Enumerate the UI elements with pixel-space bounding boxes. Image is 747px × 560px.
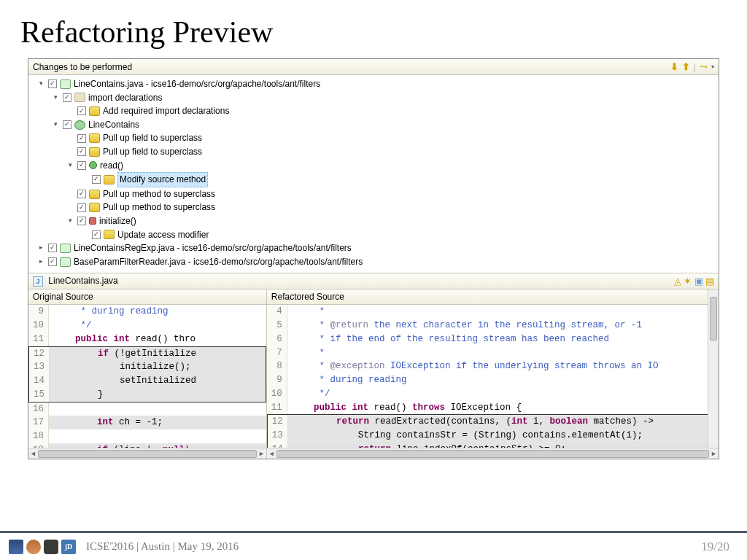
line-number: 16 [28,402,49,416]
line-number: 12 [268,415,288,429]
code-text: * during reading [49,305,169,319]
tree-checkbox[interactable] [77,203,86,212]
tree-row[interactable]: Modify source method [31,172,719,187]
tree-checkbox[interactable] [77,217,86,225]
tree-toggle-icon[interactable] [52,93,60,101]
line-number: 19 [28,443,49,448]
compare-icon-4[interactable]: ▤ [705,276,714,287]
prev-change-icon[interactable]: ⬆ [682,61,690,72]
tree-toggle-icon[interactable] [37,80,45,88]
code-line: 11 public int read() throws IOException … [267,401,719,415]
tree-checkbox[interactable] [77,190,86,198]
tree-checkbox[interactable] [48,79,57,88]
code-line: 12 return readExtracted(contains, (int i… [267,414,719,429]
compare-file-header: J LineContains.java ◬ ✶ ▣ ▤ [28,273,719,289]
tree-node-label: import declarations [88,91,162,105]
refactored-vscrollbar[interactable] [708,289,719,448]
changes-panel-title: Changes to be performed [33,62,132,72]
tree-node-icon [104,175,115,184]
original-source-code[interactable]: 9 * during reading10 */11 public int rea… [28,305,266,448]
tree-toggle-icon[interactable] [37,258,45,266]
code-text: if (line != null) [49,443,190,448]
code-line: 13 initialize(); [28,360,266,374]
tree-checkbox[interactable] [63,93,71,102]
tree-toggle-icon[interactable] [52,121,60,129]
code-line: 4 * [267,305,719,319]
tree-node-label: Pull up method to superclass [103,187,215,201]
tree-row[interactable]: LineContainsRegExp.java - icse16-demo/sr… [31,241,719,255]
tree-checkbox[interactable] [77,106,86,115]
code-line: 14 setInitialized [28,374,266,388]
refactored-hscrollbar[interactable]: ◄► [267,448,719,459]
tree-node-label: Add required import declarations [103,104,229,118]
line-number: 9 [28,305,49,319]
tree-row[interactable]: Pull up field to superclass [31,145,719,159]
page-number: 19/20 [701,540,729,554]
compare-icon-2[interactable]: ✶ [684,276,692,287]
tree-row[interactable]: Update access modifier [31,228,719,242]
tree-toggle-icon[interactable] [66,161,74,169]
tree-checkbox[interactable] [77,134,86,143]
tree-checkbox[interactable] [63,120,71,129]
original-hscrollbar[interactable]: ◄► [28,448,266,459]
code-line: 16 [28,402,266,416]
tree-checkbox[interactable] [48,257,57,266]
tree-toggle-icon[interactable] [37,244,45,252]
code-line: 10 */ [267,387,719,401]
logo-icse-icon [9,540,23,554]
java-file-icon: J [33,276,43,287]
panel-toolbar: ⬇ ⬆ | ⤳ ▾ [670,61,714,72]
tree-row[interactable]: import declarations [31,91,719,105]
code-text: * @return the next character in the resu… [287,319,642,332]
code-text: if (!getInitialize [50,347,196,361]
code-text: int ch = -1; [49,416,163,429]
tree-row[interactable]: initialize() [31,214,719,228]
tree-checkbox[interactable] [92,230,101,239]
code-text [49,429,59,443]
tree-node-label: LineContainsRegExp.java - icse16-demo/sr… [74,241,352,255]
tree-checkbox[interactable] [92,175,101,184]
tree-checkbox[interactable] [77,161,86,170]
tree-checkbox[interactable] [77,147,86,156]
slide-title: Refactoring Preview [20,15,747,50]
code-line: 17 int ch = -1; [28,416,266,429]
filter-dropdown-icon[interactable]: ▾ [711,63,714,70]
refactoring-preview-dialog: Changes to be performed ⬇ ⬆ | ⤳ ▾ LineCo… [28,58,719,459]
tree-row[interactable]: LineContains.java - icse16-demo/src/org/… [31,77,719,91]
footer-text: ICSE'2016 | Austin | May 19, 2016 [86,540,239,553]
code-text: */ [287,387,330,401]
tree-row[interactable]: Add required import declarations [31,104,719,118]
next-change-icon[interactable]: ⬇ [670,61,678,72]
code-text: * during reading [287,373,407,387]
tree-row[interactable]: BaseParamFilterReader.java - icse16-demo… [31,255,719,269]
tree-row[interactable]: Pull up field to superclass [31,131,719,145]
refactored-source-code[interactable]: 4 *5 * @return the next character in the… [267,305,719,448]
tree-row[interactable]: LineContains [31,118,719,132]
code-line: 6 * if the end of the resulting stream h… [267,332,719,346]
changes-tree[interactable]: LineContains.java - icse16-demo/src/org/… [28,75,719,273]
tree-toggle-icon [66,134,74,142]
tree-checkbox[interactable] [48,244,57,252]
line-number: 7 [267,346,287,360]
tree-node-label: BaseParamFilterReader.java - icse16-demo… [74,255,363,269]
code-text: String containsStr = (String) contains.e… [288,429,643,443]
tree-toggle-icon [81,176,89,184]
tree-row[interactable]: read() [31,159,719,173]
code-text: initialize(); [50,360,191,374]
line-number: 10 [267,387,287,401]
code-text: * if the end of the resulting stream has… [287,332,609,346]
tree-node-label: Update access modifier [117,228,209,242]
tree-toggle-icon [81,230,89,238]
tree-node-label: read() [100,159,123,173]
tree-row[interactable]: Pull up method to superclass [31,201,719,214]
tree-node-label: Pull up method to superclass [103,201,215,214]
tree-toggle-icon[interactable] [66,217,74,225]
code-line: 10 */ [28,319,266,332]
tree-row[interactable]: Pull up method to superclass [31,187,719,201]
compare-icon-3[interactable]: ▣ [694,276,703,287]
compare-file-name: LineContains.java [48,276,117,286]
slide-footer: jD ICSE'2016 | Austin | May 19, 2016 19/… [0,531,747,560]
filter-icon[interactable]: ⤳ [700,61,708,72]
compare-icon-1[interactable]: ◬ [674,276,681,287]
code-line: 8 * @exception IOException if the underl… [267,359,719,373]
